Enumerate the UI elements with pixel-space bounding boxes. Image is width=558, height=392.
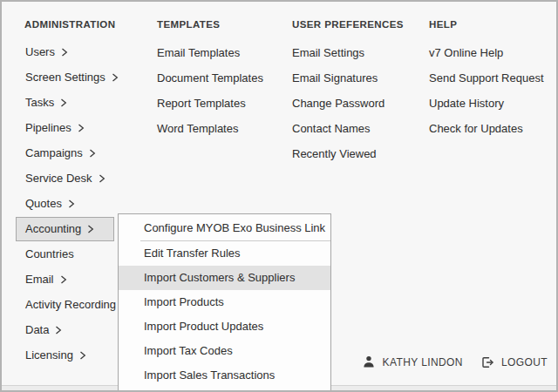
submenu-item-configure-myob-exo-business-link[interactable]: Configure MYOB Exo Business Link bbox=[119, 216, 330, 240]
user-icon bbox=[362, 355, 376, 369]
menu-item-label: Users bbox=[25, 45, 55, 58]
chevron-right-icon bbox=[55, 326, 62, 335]
chevron-right-icon bbox=[112, 73, 119, 82]
help-column: HELP v7 Online Help Send Support Request… bbox=[429, 17, 544, 141]
user-preferences-heading: USER PREFERENCES bbox=[292, 17, 404, 40]
logout-icon bbox=[480, 355, 494, 369]
menu-item-licensing[interactable]: Licensing bbox=[16, 343, 114, 368]
chevron-right-icon bbox=[78, 124, 85, 132]
submenu-item-import-sales-transactions[interactable]: Import Sales Transactions bbox=[119, 363, 330, 388]
submenu-item-import-customers-suppliers[interactable]: Import Customers & Suppliers bbox=[119, 266, 330, 290]
menu-item-label: Activity Recording bbox=[25, 298, 116, 311]
menu-item-online-help[interactable]: v7 Online Help bbox=[429, 40, 544, 65]
logout-button[interactable]: LOGOUT bbox=[480, 355, 548, 369]
menu-item-label: Accounting bbox=[25, 222, 81, 235]
menu-item-recently-viewed[interactable]: Recently Viewed bbox=[292, 141, 404, 166]
chevron-right-icon bbox=[87, 225, 94, 233]
submenu-item-import-tax-codes[interactable]: Import Tax Codes bbox=[119, 339, 330, 363]
menu-item-tasks[interactable]: Tasks bbox=[16, 91, 114, 115]
menu-item-screen-settings[interactable]: Screen Settings bbox=[16, 65, 114, 90]
chevron-right-icon bbox=[79, 351, 86, 360]
user-preferences-column: USER PREFERENCES Email Settings Email Si… bbox=[292, 17, 404, 166]
administration-heading: ADMINISTRATION bbox=[24, 17, 115, 40]
logout-label: LOGOUT bbox=[501, 356, 548, 368]
menu-item-data[interactable]: Data bbox=[16, 318, 114, 342]
menu-item-campaigns[interactable]: Campaigns bbox=[16, 141, 114, 166]
chevron-right-icon bbox=[60, 275, 67, 284]
menu-item-label: Campaigns bbox=[25, 146, 83, 159]
menu-item-label: Quotes bbox=[25, 197, 62, 210]
menu-item-label: Tasks bbox=[25, 96, 54, 109]
menu-item-label: Email bbox=[25, 273, 54, 286]
menu-item-label: Licensing bbox=[25, 348, 73, 362]
menu-item-accounting[interactable]: Accounting bbox=[16, 217, 114, 241]
footer-user-bar: KATHY LINDON LOGOUT bbox=[362, 355, 548, 369]
chevron-right-icon bbox=[68, 199, 75, 208]
chevron-right-icon bbox=[89, 149, 96, 158]
menu-item-label: Data bbox=[25, 323, 49, 336]
menu-item-label: Countries bbox=[25, 247, 74, 260]
submenu-item-edit-transfer-rules[interactable]: Edit Transfer Rules bbox=[119, 241, 330, 266]
menu-item-label: Service Desk bbox=[25, 172, 92, 185]
menu-item-email[interactable]: Email bbox=[16, 267, 114, 292]
menu-item-service-desk[interactable]: Service Desk bbox=[16, 166, 114, 191]
accounting-submenu-panel: Configure MYOB Exo Business Link Edit Tr… bbox=[118, 213, 331, 390]
templates-column: TEMPLATES Email Templates Document Templ… bbox=[157, 17, 263, 141]
menu-item-activity-recording[interactable]: Activity Recording bbox=[16, 293, 114, 317]
menu-item-email-settings[interactable]: Email Settings bbox=[292, 40, 404, 65]
administration-column: ADMINISTRATION Users Screen Settings Tas… bbox=[24, 17, 115, 368]
menu-item-countries[interactable]: Countries bbox=[16, 242, 114, 267]
menu-item-label: Screen Settings bbox=[25, 71, 105, 84]
chevron-right-icon bbox=[61, 48, 68, 57]
submenu-item-import-product-updates[interactable]: Import Product Updates bbox=[119, 314, 330, 339]
menu-item-document-templates[interactable]: Document Templates bbox=[157, 65, 263, 91]
menu-item-report-templates[interactable]: Report Templates bbox=[157, 91, 263, 116]
current-user-chip[interactable]: KATHY LINDON bbox=[362, 355, 463, 369]
menu-item-contact-names[interactable]: Contact Names bbox=[292, 116, 404, 141]
templates-heading: TEMPLATES bbox=[157, 17, 263, 40]
chevron-right-icon bbox=[99, 174, 105, 183]
menu-item-label: Pipelines bbox=[25, 121, 71, 134]
help-heading: HELP bbox=[429, 17, 544, 40]
menu-item-quotes[interactable]: Quotes bbox=[16, 192, 114, 216]
menu-item-check-for-updates[interactable]: Check for Updates bbox=[429, 116, 544, 141]
menu-item-pipelines[interactable]: Pipelines bbox=[16, 116, 114, 140]
menu-item-email-templates[interactable]: Email Templates bbox=[157, 40, 263, 65]
menu-item-change-password[interactable]: Change Password bbox=[292, 91, 404, 116]
menu-item-email-signatures[interactable]: Email Signatures bbox=[292, 65, 404, 91]
submenu-item-import-products[interactable]: Import Products bbox=[119, 290, 330, 314]
chevron-right-icon bbox=[60, 98, 67, 107]
menu-item-update-history[interactable]: Update History bbox=[429, 91, 544, 116]
current-user-name: KATHY LINDON bbox=[383, 356, 463, 368]
menu-item-send-support-request[interactable]: Send Support Request bbox=[429, 65, 544, 91]
admin-menu-overlay: { "columns": [ { "title": "ADMINISTRATIO… bbox=[0, 0, 558, 392]
menu-item-word-templates[interactable]: Word Templates bbox=[157, 116, 263, 141]
menu-item-users[interactable]: Users bbox=[16, 40, 114, 64]
